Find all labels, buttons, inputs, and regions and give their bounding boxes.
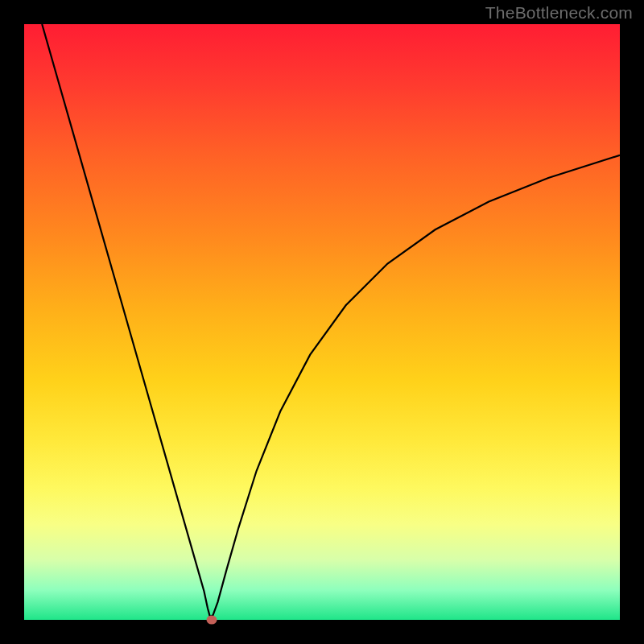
curve-svg <box>24 24 620 620</box>
plot-area <box>24 24 620 620</box>
min-marker <box>207 616 217 625</box>
curve-path <box>42 24 620 617</box>
chart-frame: TheBottleneck.com <box>0 0 644 644</box>
watermark-text: TheBottleneck.com <box>485 3 633 23</box>
